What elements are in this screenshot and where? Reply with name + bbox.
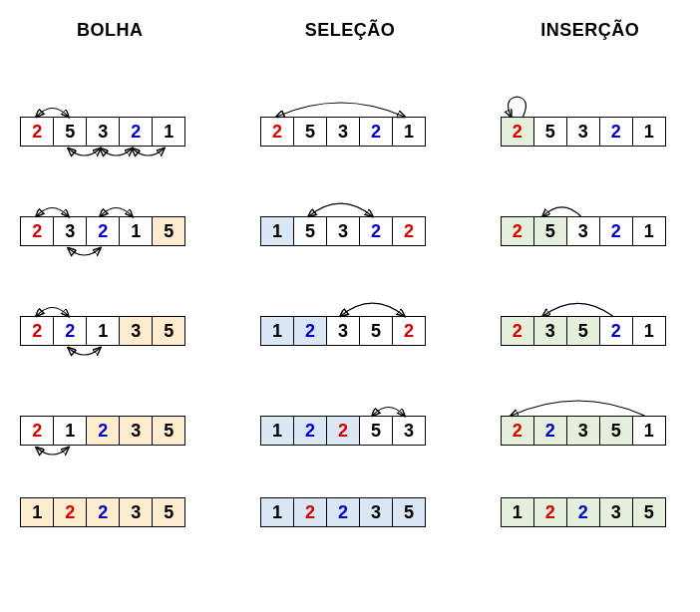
array-cell: 1 xyxy=(632,416,666,446)
array-cell: 2 xyxy=(501,416,534,446)
array-row: 12253 xyxy=(260,416,426,446)
array-cell: 2 xyxy=(359,216,393,246)
array-cell: 2 xyxy=(392,316,426,346)
array-row: 15322 xyxy=(260,216,426,246)
array-cell: 1 xyxy=(53,416,87,446)
array-cell: 2 xyxy=(566,497,600,527)
array-cell: 2 xyxy=(20,316,54,346)
array-cell: 3 xyxy=(119,316,153,346)
array-cell: 3 xyxy=(53,216,87,246)
array-row: 25321 xyxy=(260,117,426,147)
array-cell: 5 xyxy=(533,117,567,147)
array-cell: 3 xyxy=(599,497,633,527)
array-cell: 1 xyxy=(119,216,153,246)
array-cell: 3 xyxy=(533,316,567,346)
array-cell: 5 xyxy=(566,316,600,346)
array-cell: 1 xyxy=(20,497,54,527)
array-cell: 2 xyxy=(86,416,120,446)
array-cell: 2 xyxy=(293,416,327,446)
sort-step: 12235 xyxy=(260,477,440,577)
sort-step: 22351 xyxy=(501,378,680,477)
array-cell: 2 xyxy=(599,316,633,346)
array-cell: 2 xyxy=(20,416,54,446)
algorithm-column-inserção: INSERÇÃO2532125321235212235112235 xyxy=(490,20,690,577)
column-title: BOLHA xyxy=(77,20,144,41)
algorithm-column-seleção: SELEÇÃO2532115322123521225312235 xyxy=(250,20,451,577)
array-row: 22135 xyxy=(20,316,185,346)
sort-step: 25321 xyxy=(260,79,440,178)
array-cell: 2 xyxy=(326,416,360,446)
sort-step: 25321 xyxy=(501,79,680,178)
array-row: 12235 xyxy=(20,497,185,527)
array-row: 23215 xyxy=(20,216,185,246)
array-row: 21235 xyxy=(20,416,185,446)
sort-step: 12253 xyxy=(260,378,440,477)
array-cell: 2 xyxy=(53,497,87,527)
array-cell: 5 xyxy=(293,216,327,246)
array-row: 22351 xyxy=(501,416,666,446)
sort-step: 12352 xyxy=(260,278,440,378)
array-cell: 2 xyxy=(533,497,567,527)
array-cell: 2 xyxy=(53,316,87,346)
array-cell: 2 xyxy=(599,117,633,147)
array-cell: 2 xyxy=(119,117,153,147)
array-cell: 5 xyxy=(53,117,87,147)
array-cell: 3 xyxy=(119,416,153,446)
array-cell: 2 xyxy=(533,416,567,446)
sort-step: 21235 xyxy=(20,378,199,477)
array-cell: 3 xyxy=(392,416,426,446)
array-row: 12352 xyxy=(260,316,426,346)
array-cell: 5 xyxy=(392,497,426,527)
array-cell: 2 xyxy=(20,216,54,246)
array-cell: 2 xyxy=(501,316,534,346)
sort-step: 22135 xyxy=(20,278,199,378)
array-cell: 1 xyxy=(152,117,185,147)
array-cell: 3 xyxy=(326,117,360,147)
array-cell: 3 xyxy=(566,117,600,147)
array-cell: 1 xyxy=(501,497,534,527)
array-cell: 5 xyxy=(152,316,185,346)
array-cell: 5 xyxy=(359,316,393,346)
array-cell: 5 xyxy=(533,216,567,246)
array-cell: 2 xyxy=(501,117,534,147)
array-row: 25321 xyxy=(501,117,666,147)
array-cell: 2 xyxy=(293,316,327,346)
sort-step: 12235 xyxy=(501,477,680,577)
array-cell: 1 xyxy=(260,316,294,346)
array-cell: 2 xyxy=(501,216,534,246)
array-cell: 2 xyxy=(326,497,360,527)
array-row: 23521 xyxy=(501,316,666,346)
sort-step: 23521 xyxy=(501,278,680,378)
array-cell: 2 xyxy=(392,216,426,246)
array-cell: 2 xyxy=(599,216,633,246)
sort-step: 23215 xyxy=(20,178,199,278)
sort-step: 15322 xyxy=(260,178,440,278)
array-cell: 3 xyxy=(359,497,393,527)
sort-comparison-diagram: BOLHA2532123215221352123512235SELEÇÃO253… xyxy=(10,20,690,577)
array-row: 25321 xyxy=(501,216,666,246)
array-cell: 1 xyxy=(260,416,294,446)
column-title: INSERÇÃO xyxy=(540,20,639,41)
sort-step: 25321 xyxy=(501,178,680,278)
sort-step: 25321 xyxy=(20,79,199,178)
array-cell: 2 xyxy=(293,497,327,527)
array-cell: 2 xyxy=(86,497,120,527)
array-cell: 3 xyxy=(566,216,600,246)
array-cell: 5 xyxy=(152,216,185,246)
array-cell: 5 xyxy=(152,497,185,527)
array-row: 12235 xyxy=(260,497,426,527)
array-cell: 1 xyxy=(260,497,294,527)
array-cell: 5 xyxy=(632,497,666,527)
array-cell: 5 xyxy=(293,117,327,147)
array-cell: 3 xyxy=(566,416,600,446)
array-cell: 3 xyxy=(86,117,120,147)
array-cell: 3 xyxy=(119,497,153,527)
array-cell: 1 xyxy=(86,316,120,346)
array-cell: 2 xyxy=(260,117,294,147)
array-cell: 3 xyxy=(326,216,360,246)
column-title: SELEÇÃO xyxy=(305,20,396,41)
array-cell: 1 xyxy=(632,216,666,246)
array-cell: 5 xyxy=(599,416,633,446)
array-cell: 2 xyxy=(359,117,393,147)
array-row: 12235 xyxy=(501,497,666,527)
